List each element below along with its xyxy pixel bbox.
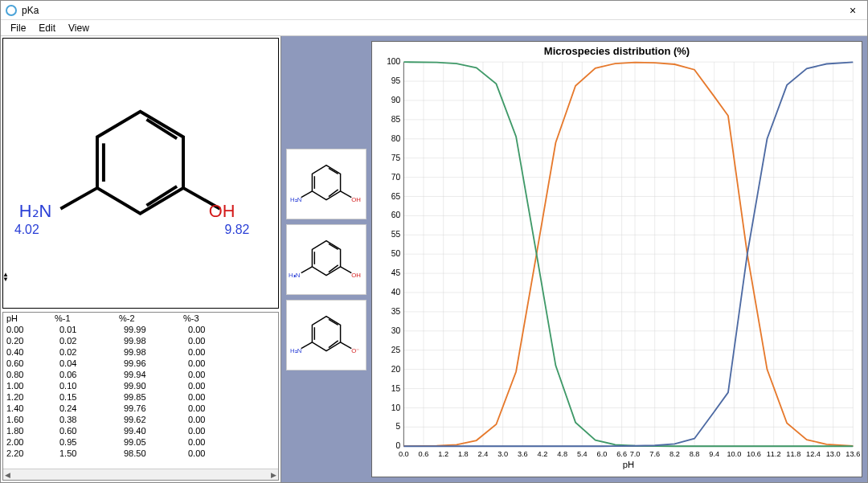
svg-text:70: 70 <box>391 173 401 182</box>
svg-text:3.0: 3.0 <box>497 450 508 458</box>
table-row[interactable]: 0.400.0299.980.00 <box>3 346 278 358</box>
distribution-table-panel: pH %-1 %-2 %-3 0.000.0199.990.000.200.02… <box>2 312 279 481</box>
table-row[interactable]: 1.000.1099.900.00 <box>3 380 278 391</box>
table-row[interactable]: 1.800.6099.400.00 <box>3 425 278 436</box>
nh2-label: H₂N <box>19 201 51 221</box>
svg-text:3.6: 3.6 <box>518 450 528 458</box>
svg-marker-0 <box>97 112 183 214</box>
svg-text:0.0: 0.0 <box>399 450 409 458</box>
th-p3: %-3 <box>180 313 278 324</box>
table-header-row: pH %-1 %-2 %-3 <box>3 313 278 324</box>
svg-text:10: 10 <box>391 403 401 412</box>
thumbnail-3-structure: H₂N O⁻ <box>287 301 366 370</box>
table-row[interactable]: 2.000.9599.050.00 <box>3 436 278 448</box>
svg-text:4.8: 4.8 <box>557 450 567 458</box>
menu-edit[interactable]: Edit <box>32 23 62 34</box>
table-row[interactable]: 0.000.0199.990.00 <box>3 324 278 335</box>
svg-text:1.8: 1.8 <box>458 450 469 458</box>
svg-text:75: 75 <box>391 153 401 162</box>
close-button[interactable]: × <box>843 4 862 17</box>
svg-text:13.0: 13.0 <box>826 450 841 458</box>
app-icon <box>6 5 17 16</box>
svg-text:H₃N: H₃N <box>289 271 300 278</box>
svg-line-26 <box>301 342 313 348</box>
svg-text:30: 30 <box>391 326 401 335</box>
menubar: File Edit View <box>1 20 867 36</box>
svg-text:45: 45 <box>391 268 401 277</box>
distribution-chart: 0510152025303540455055606570758085909510… <box>372 57 862 473</box>
thumbnail-species-3[interactable]: 3 H₂N O⁻ <box>286 300 366 370</box>
svg-text:OH: OH <box>351 195 361 203</box>
thumbnail-2-structure: H₃N OH <box>287 225 366 294</box>
table-scroll-area[interactable]: pH %-1 %-2 %-3 0.000.0199.990.000.200.02… <box>3 313 278 469</box>
left-pane: H₂N 4.02 OH 9.82 ▲▼ pH %-1 %-2 %-3 <box>1 36 281 482</box>
panel-splitter-icon[interactable]: ▲▼ <box>2 272 9 282</box>
svg-text:20: 20 <box>391 365 401 374</box>
svg-text:11.2: 11.2 <box>767 450 781 458</box>
svg-text:pH: pH <box>623 460 634 469</box>
svg-text:25: 25 <box>391 346 401 354</box>
svg-text:9.4: 9.4 <box>709 450 719 458</box>
th-ph: pH <box>3 313 51 324</box>
molecule-editor-panel[interactable]: H₂N 4.02 OH 9.82 <box>2 38 279 309</box>
svg-text:85: 85 <box>391 115 401 124</box>
svg-text:8.8: 8.8 <box>690 450 700 458</box>
svg-text:2.4: 2.4 <box>478 450 489 458</box>
content-area: H₂N 4.02 OH 9.82 ▲▼ pH %-1 %-2 %-3 <box>1 36 867 482</box>
menu-file[interactable]: File <box>4 23 32 34</box>
svg-text:55: 55 <box>391 230 401 239</box>
th-p2: %-2 <box>116 313 180 324</box>
svg-text:10.0: 10.0 <box>727 450 741 458</box>
svg-text:40: 40 <box>391 288 401 297</box>
svg-text:H₂N: H₂N <box>290 195 301 203</box>
svg-text:35: 35 <box>391 307 401 316</box>
thumbnail-species-2[interactable]: 2 H₃N OH <box>286 224 366 295</box>
horizontal-scrollbar[interactable]: ◀ ▶ <box>3 469 278 480</box>
table-row[interactable]: 1.200.1599.850.00 <box>3 391 278 403</box>
svg-text:5.4: 5.4 <box>577 450 588 458</box>
svg-text:O⁻: O⁻ <box>351 346 359 354</box>
th-p1: %-1 <box>51 313 116 324</box>
svg-text:10.6: 10.6 <box>747 450 761 458</box>
right-pane: 1 H₂N OH 2 <box>281 36 867 482</box>
thumbnail-species-1[interactable]: 1 H₂N OH <box>286 149 366 219</box>
hydroxyl-pka-value: 9.82 <box>225 223 250 236</box>
scroll-left-icon[interactable]: ◀ <box>5 471 10 479</box>
distribution-table: pH %-1 %-2 %-3 0.000.0199.990.000.200.02… <box>3 313 278 459</box>
svg-text:8.2: 8.2 <box>669 450 680 458</box>
amine-pka-value: 4.02 <box>14 223 39 236</box>
svg-text:90: 90 <box>391 96 401 104</box>
svg-text:13.6: 13.6 <box>845 450 860 458</box>
scroll-right-icon[interactable]: ▶ <box>271 471 276 479</box>
svg-text:7.0: 7.0 <box>630 450 641 458</box>
titlebar: pKa × <box>1 1 867 20</box>
app-window: pKa × File Edit View <box>0 0 868 483</box>
table-row[interactable]: 1.600.3899.620.00 <box>3 414 278 425</box>
table-row[interactable]: 0.600.0499.960.00 <box>3 358 278 369</box>
svg-text:11.8: 11.8 <box>786 450 800 458</box>
menu-view[interactable]: View <box>62 23 96 34</box>
table-row[interactable]: 0.200.0299.980.00 <box>3 335 278 346</box>
svg-text:65: 65 <box>391 192 401 201</box>
molecule-structure: H₂N 4.02 OH 9.82 <box>3 39 278 308</box>
chart-title: Microspecies distribution (%) <box>372 42 862 57</box>
window-title: pKa <box>22 5 843 16</box>
svg-text:5: 5 <box>396 422 401 431</box>
svg-text:1.2: 1.2 <box>438 450 448 458</box>
svg-text:100: 100 <box>387 57 400 66</box>
svg-line-27 <box>341 342 352 348</box>
svg-marker-6 <box>312 165 340 199</box>
oh-label: OH <box>209 201 235 221</box>
svg-line-19 <box>341 266 352 272</box>
table-row[interactable]: 1.400.2499.760.00 <box>3 403 278 414</box>
svg-text:7.6: 7.6 <box>649 450 660 458</box>
svg-text:95: 95 <box>391 76 401 85</box>
svg-text:50: 50 <box>391 249 401 258</box>
svg-text:6.6: 6.6 <box>616 450 627 458</box>
svg-text:OH: OH <box>351 271 361 278</box>
chart-panel[interactable]: Microspecies distribution (%) 0510152025… <box>371 41 862 477</box>
table-row[interactable]: 2.201.5098.500.00 <box>3 448 278 459</box>
svg-line-18 <box>301 266 313 272</box>
table-row[interactable]: 0.800.0699.940.00 <box>3 369 278 380</box>
svg-text:80: 80 <box>391 134 401 143</box>
